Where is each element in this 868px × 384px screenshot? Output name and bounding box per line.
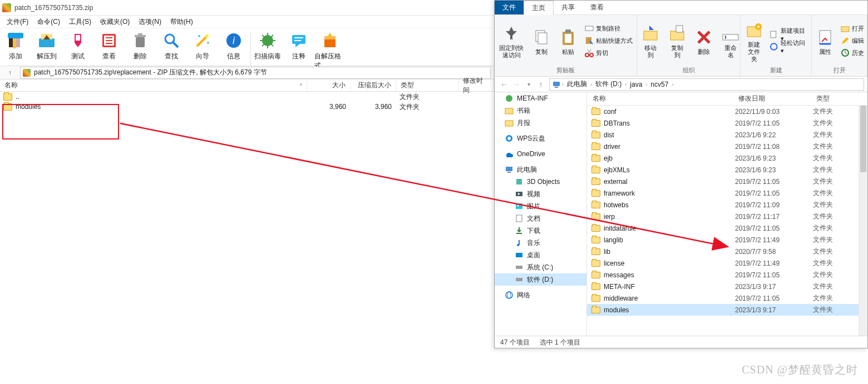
tree-node[interactable]: 音乐 bbox=[495, 237, 586, 249]
list-row-up[interactable]: .. 文件夹 bbox=[0, 92, 494, 102]
tree-node[interactable]: 月报 bbox=[495, 117, 586, 129]
paste-shortcut-button[interactable]: 粘贴快捷方式 bbox=[583, 34, 635, 47]
history-button[interactable]: 历史 bbox=[839, 47, 866, 59]
menu-fav[interactable]: 收藏夹(O) bbox=[96, 16, 134, 28]
file-row[interactable]: lib2020/7/7 9:58文件夹 bbox=[587, 246, 859, 257]
tab-home[interactable]: 主页 bbox=[524, 1, 554, 15]
col-type[interactable]: 类型 bbox=[811, 94, 867, 103]
edit-button[interactable]: 编辑 bbox=[839, 34, 866, 47]
file-row[interactable]: middleware2019/7/2 11:05文件夹 bbox=[587, 292, 859, 304]
properties-button[interactable]: 属性 bbox=[812, 26, 839, 56]
file-row[interactable]: ejbXMLs2023/1/6 9:23文件夹 bbox=[587, 164, 859, 176]
scrollbar[interactable] bbox=[859, 106, 867, 336]
nav-up[interactable]: ↑ bbox=[535, 80, 547, 89]
delete-button[interactable]: 删除 bbox=[691, 26, 717, 56]
file-row[interactable]: driver2019/7/2 11:08文件夹 bbox=[587, 141, 859, 152]
menu-options[interactable]: 选项(N) bbox=[134, 16, 166, 28]
file-row[interactable]: META-INF2023/1/3 9:17文件夹 bbox=[587, 281, 859, 292]
tree-node[interactable]: WPS云盘 bbox=[495, 132, 586, 144]
tb-add[interactable]: 添加 bbox=[0, 31, 31, 61]
col-name[interactable]: 名称 bbox=[587, 94, 733, 103]
col-packed[interactable]: 压缩后大小 bbox=[351, 79, 396, 91]
pin-button[interactable]: 固定到快 速访问 bbox=[495, 22, 528, 59]
tree-node[interactable]: 此电脑 bbox=[495, 163, 586, 176]
tree-node[interactable]: 图片 bbox=[495, 200, 586, 212]
nav-forward[interactable]: → bbox=[510, 80, 522, 89]
tb-find[interactable]: 查找 bbox=[156, 31, 187, 61]
menu-file[interactable]: 文件(F) bbox=[2, 16, 33, 28]
tab-view[interactable]: 查看 bbox=[583, 1, 611, 14]
newfolder-button[interactable]: ★新建 文件夹 bbox=[741, 19, 767, 63]
rename-button[interactable]: 重命名 bbox=[717, 22, 744, 59]
tb-delete[interactable]: 删除 bbox=[125, 31, 156, 61]
col-name[interactable]: 名称^ bbox=[0, 79, 307, 91]
tb-view[interactable]: 查看 bbox=[93, 31, 125, 61]
file-row[interactable]: dist2023/1/6 9:22文件夹 bbox=[587, 129, 859, 141]
breadcrumb[interactable]: › 此电脑› 软件 (D:)› java› ncv57› bbox=[549, 78, 864, 91]
copy-button[interactable]: 复制 bbox=[528, 26, 555, 56]
scrollbar-thumb[interactable] bbox=[860, 106, 866, 172]
tab-file[interactable]: 文件 bbox=[495, 1, 524, 14]
crumb-pc[interactable]: 此电脑 bbox=[565, 79, 589, 89]
path-input[interactable]: patch_1675750751735.zip\replacement - ZI… bbox=[20, 67, 491, 79]
tb-test[interactable]: 测试 bbox=[62, 31, 93, 61]
tree-node[interactable]: OneDrive bbox=[495, 148, 586, 160]
winrar-list-header[interactable]: 名称^ 大小 压缩后大小 类型 修改时间 bbox=[0, 79, 494, 92]
file-row[interactable]: modules2023/1/3 9:17文件夹 bbox=[587, 304, 859, 316]
tb-comment[interactable]: 注释 bbox=[283, 31, 314, 61]
tb-virus[interactable]: 扫描病毒 bbox=[252, 31, 283, 61]
tree-node[interactable]: 视频 bbox=[495, 188, 586, 200]
tree-node[interactable]: 3D Objects bbox=[495, 176, 586, 188]
tree-node[interactable]: 桌面 bbox=[495, 249, 586, 261]
file-items[interactable]: conf2022/11/9 0:03文件夹DBTrans2019/7/2 11:… bbox=[587, 106, 859, 336]
file-row[interactable]: external2019/7/2 11:05文件夹 bbox=[587, 176, 859, 187]
tree-node[interactable]: META-INF bbox=[495, 92, 586, 104]
cut-button[interactable]: 剪切 bbox=[583, 47, 635, 59]
paste-button[interactable]: 粘贴 bbox=[555, 26, 581, 56]
file-row[interactable]: DBTrans2019/7/2 11:05文件夹 bbox=[587, 117, 859, 129]
tree-node[interactable]: 下载 bbox=[495, 225, 586, 237]
file-row[interactable]: hotwebs2019/7/2 11:09文件夹 bbox=[587, 199, 859, 211]
col-modified[interactable]: 修改时间 bbox=[458, 79, 494, 91]
file-row[interactable]: ierp2019/7/2 11:17文件夹 bbox=[587, 211, 859, 222]
file-type: 文件夹 bbox=[811, 223, 833, 233]
tb-sfx[interactable]: 自解压格式 bbox=[314, 31, 346, 71]
file-row[interactable]: ejb2023/1/6 9:23文件夹 bbox=[587, 152, 859, 164]
file-list-header[interactable]: 名称 修改日期 类型 bbox=[587, 92, 867, 106]
col-size[interactable]: 大小 bbox=[307, 79, 351, 91]
crumb-drive[interactable]: 软件 (D:) bbox=[593, 79, 624, 89]
crumb-java[interactable]: java bbox=[628, 81, 644, 88]
winrar-menubar[interactable]: 文件(F) 命令(C) 工具(S) 收藏夹(O) 选项(N) 帮助(H) bbox=[0, 16, 494, 28]
moveto-button[interactable]: 移动到 bbox=[637, 22, 664, 59]
up-button[interactable]: ↑ bbox=[0, 69, 20, 77]
nav-tree[interactable]: META-INF书籍月报WPS云盘OneDrive此电脑3D Objects视频… bbox=[495, 92, 587, 336]
nav-back[interactable]: ← bbox=[498, 80, 510, 89]
copy-path-button[interactable]: 复制路径 bbox=[583, 22, 635, 34]
open-button[interactable]: 打开 bbox=[839, 22, 866, 34]
easyaccess-button[interactable]: 轻松访问 ▾ bbox=[767, 41, 811, 53]
tb-extract[interactable]: 解压到 bbox=[31, 31, 62, 61]
file-row[interactable]: langlib2019/7/2 11:49文件夹 bbox=[587, 234, 859, 246]
nav-recent[interactable]: ▾ bbox=[522, 81, 535, 87]
col-type[interactable]: 类型 bbox=[396, 79, 458, 91]
menu-help[interactable]: 帮助(H) bbox=[166, 16, 198, 28]
file-row[interactable]: initdatarule2019/7/2 11:05文件夹 bbox=[587, 222, 859, 234]
winrar-list-body[interactable]: .. 文件夹 modules 3,960 3,960 文件夹 bbox=[0, 92, 494, 384]
tree-node[interactable]: 软件 (D:) bbox=[495, 273, 586, 286]
menu-command[interactable]: 命令(C) bbox=[33, 16, 65, 28]
col-modified[interactable]: 修改日期 bbox=[733, 94, 811, 103]
file-row[interactable]: license2019/7/2 11:49文件夹 bbox=[587, 257, 859, 269]
tree-node[interactable]: 文档 bbox=[495, 212, 586, 225]
file-row[interactable]: framework2019/7/2 11:05文件夹 bbox=[587, 187, 859, 199]
tb-info[interactable]: i 信息 bbox=[218, 31, 249, 61]
file-row[interactable]: conf2022/11/9 0:03文件夹 bbox=[587, 106, 859, 117]
menu-tools[interactable]: 工具(S) bbox=[65, 16, 96, 28]
file-row[interactable]: messages2019/7/2 11:05文件夹 bbox=[587, 269, 859, 281]
tree-node[interactable]: 系统 (C:) bbox=[495, 261, 586, 273]
crumb-ncv57[interactable]: ncv57 bbox=[648, 81, 670, 88]
tree-node[interactable]: 网络 bbox=[495, 289, 586, 301]
tree-node[interactable]: 书籍 bbox=[495, 104, 586, 117]
copyto-button[interactable]: 复制到 bbox=[664, 22, 691, 59]
tb-wizard[interactable]: 向导 bbox=[187, 31, 218, 61]
tab-share[interactable]: 共享 bbox=[554, 1, 583, 14]
